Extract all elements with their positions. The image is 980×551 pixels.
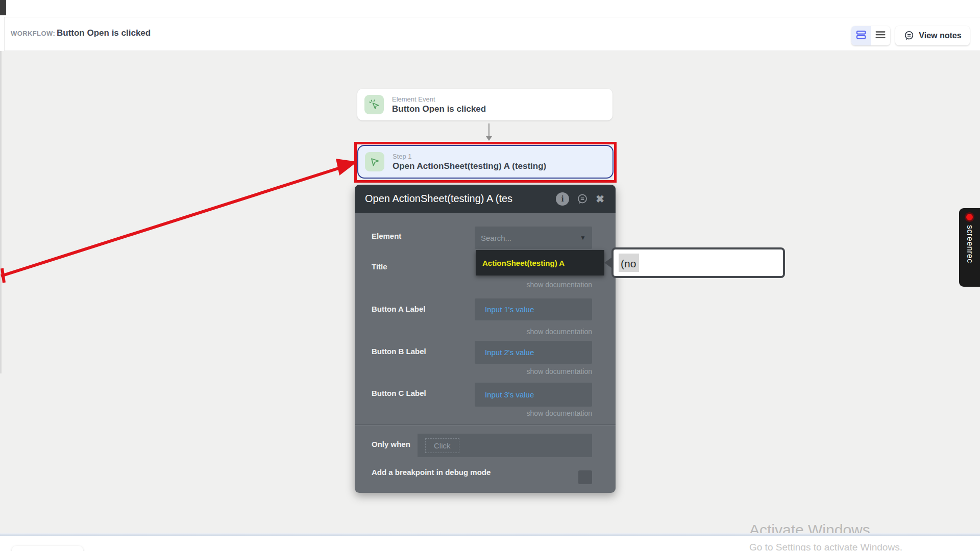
workflow-editor: WORKFLOW: Button Open is clicked xyxy=(0,0,980,551)
notes-bubble-icon xyxy=(903,30,915,41)
annotation-highlight-box: Step 1 Open ActionSheet(testing) A (test… xyxy=(354,142,617,183)
button-a-label: Button A Label xyxy=(372,305,426,313)
button-c-value-input[interactable]: Input 3's value xyxy=(475,383,592,407)
event-node-title: Button Open is clicked xyxy=(392,104,486,114)
popup-arrow xyxy=(604,258,611,268)
step-node-label: Step 1 xyxy=(393,153,546,161)
step-node-title: Open ActionSheet(testing) A (testing) xyxy=(393,161,546,171)
screenrec-label: screenrec xyxy=(965,225,974,263)
close-icon[interactable]: ✖ xyxy=(596,194,604,204)
doc-link-button-b[interactable]: show documentation xyxy=(527,367,592,375)
element-dropdown-menu: ActionSheet(testing) A xyxy=(476,250,604,276)
button-c-value[interactable]: Input 3's value xyxy=(475,390,534,399)
dropdown-option-actionsheet[interactable]: ActionSheet(testing) A xyxy=(476,259,565,267)
title-field-label: Title xyxy=(372,262,387,271)
doc-link-button-c[interactable]: show documentation xyxy=(527,409,592,417)
button-a-value[interactable]: Input 1's value xyxy=(475,305,534,314)
view-notes-button[interactable]: View notes xyxy=(895,26,970,45)
workflow-label: WORKFLOW: xyxy=(11,30,55,37)
condition-placeholder[interactable]: Click xyxy=(425,438,459,453)
panel-title: Open ActionSheet(testing) A (tes xyxy=(365,193,512,205)
comment-icon[interactable] xyxy=(576,193,589,205)
node-connector-arrow xyxy=(483,123,495,142)
workflow-title: Button Open is clicked xyxy=(57,28,151,38)
cursor-icon xyxy=(369,156,381,168)
view-notes-label: View notes xyxy=(919,31,961,40)
card-view-button[interactable] xyxy=(851,26,871,45)
button-c-label: Button C Label xyxy=(372,389,426,397)
activate-windows-subtext: Go to Settings to activate Windows. xyxy=(749,542,902,551)
canvas-left-edge xyxy=(0,51,2,373)
step-node[interactable]: Step 1 Open ActionSheet(testing) A (test… xyxy=(357,145,614,179)
step-icon-box xyxy=(365,152,384,171)
list-view-button[interactable] xyxy=(871,26,890,45)
breakpoint-label: Add a breakpoint in debug mode xyxy=(372,468,491,477)
title-popup-text: (no xyxy=(619,254,639,272)
element-event-icon-box xyxy=(364,95,384,114)
doc-link-button-a[interactable]: show documentation xyxy=(527,328,592,336)
window-corner-fragment xyxy=(0,0,6,15)
only-when-label: Only when xyxy=(372,440,410,448)
canvas-zoom-control: − 100% + xyxy=(12,546,83,551)
cards-view-icon xyxy=(855,29,867,42)
action-properties-panel: Open ActionSheet(testing) A (tes i ✖ Ele… xyxy=(355,185,616,493)
panel-separator xyxy=(355,424,616,425)
title-edit-popup[interactable]: (no xyxy=(611,247,785,278)
element-search-input[interactable] xyxy=(475,234,567,242)
screenrec-widget[interactable]: screenrec xyxy=(959,208,980,287)
doc-link-title[interactable]: show documentation xyxy=(527,281,592,289)
element-select[interactable]: ▼ xyxy=(475,227,592,249)
event-node[interactable]: Element Event Button Open is clicked xyxy=(357,89,612,120)
activate-windows-watermark: Activate Windows xyxy=(749,521,870,539)
cursor-click-icon xyxy=(368,98,380,111)
record-icon xyxy=(965,212,974,222)
workflow-header-bar: WORKFLOW: Button Open is clicked xyxy=(4,17,980,51)
view-toggle-group xyxy=(851,26,890,45)
info-icon[interactable]: i xyxy=(556,192,569,206)
breakpoint-checkbox[interactable] xyxy=(578,470,592,484)
button-b-label: Button B Label xyxy=(372,347,426,356)
event-node-type: Element Event xyxy=(392,95,486,104)
button-b-value[interactable]: Input 2's value xyxy=(475,348,534,357)
chevron-down-icon: ▼ xyxy=(580,234,586,241)
canvas-bottom-edge xyxy=(0,533,980,536)
button-b-value-input[interactable]: Input 2's value xyxy=(475,341,592,364)
panel-header[interactable]: Open ActionSheet(testing) A (tes i ✖ xyxy=(355,185,616,213)
button-a-value-input[interactable]: Input 1's value xyxy=(475,298,592,320)
list-view-icon xyxy=(875,29,886,42)
element-field-label: Element xyxy=(372,232,401,240)
only-when-condition-box[interactable]: Click xyxy=(418,434,592,457)
